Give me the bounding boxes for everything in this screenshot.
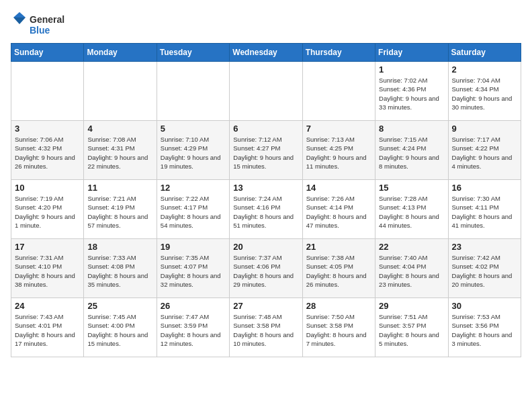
- day-number: 12: [161, 183, 226, 193]
- day-info: Sunrise: 7:06 AM Sunset: 4:32 PM Dayligh…: [15, 135, 80, 171]
- header-thursday: Thursday: [302, 44, 375, 62]
- day-number: 27: [233, 301, 298, 311]
- day-info: Sunrise: 7:31 AM Sunset: 4:10 PM Dayligh…: [15, 253, 80, 289]
- day-info: Sunrise: 7:24 AM Sunset: 4:16 PM Dayligh…: [233, 194, 298, 230]
- day-number: 25: [87, 301, 152, 311]
- svg-text:General: General: [30, 14, 64, 25]
- calendar-cell: 20Sunrise: 7:37 AM Sunset: 4:06 PM Dayli…: [230, 239, 302, 298]
- calendar-cell: [157, 62, 229, 121]
- calendar-cell: 1Sunrise: 7:02 AM Sunset: 4:36 PM Daylig…: [375, 62, 448, 121]
- calendar-cell: 28Sunrise: 7:50 AM Sunset: 3:58 PM Dayli…: [302, 298, 375, 357]
- calendar-header-row: SundayMondayTuesdayWednesdayThursdayFrid…: [11, 44, 521, 62]
- day-info: Sunrise: 7:43 AM Sunset: 4:01 PM Dayligh…: [15, 312, 80, 348]
- day-info: Sunrise: 7:02 AM Sunset: 4:36 PM Dayligh…: [379, 76, 444, 111]
- calendar-cell: [84, 62, 157, 121]
- calendar-cell: 17Sunrise: 7:31 AM Sunset: 4:10 PM Dayli…: [11, 239, 84, 298]
- day-number: 6: [233, 124, 298, 134]
- day-number: 10: [15, 183, 80, 193]
- calendar-cell: 12Sunrise: 7:22 AM Sunset: 4:17 PM Dayli…: [157, 180, 229, 239]
- day-info: Sunrise: 7:15 AM Sunset: 4:24 PM Dayligh…: [379, 135, 444, 171]
- day-info: Sunrise: 7:22 AM Sunset: 4:17 PM Dayligh…: [161, 194, 226, 230]
- day-number: 18: [87, 242, 152, 252]
- svg-marker-0: [13, 12, 26, 17]
- day-info: Sunrise: 7:19 AM Sunset: 4:20 PM Dayligh…: [15, 194, 80, 230]
- calendar-cell: 14Sunrise: 7:26 AM Sunset: 4:14 PM Dayli…: [302, 180, 375, 239]
- logo: GeneralBlue: [11, 11, 71, 38]
- day-number: 17: [15, 242, 80, 252]
- calendar-cell: 19Sunrise: 7:35 AM Sunset: 4:07 PM Dayli…: [157, 239, 229, 298]
- calendar-cell: [302, 62, 375, 121]
- calendar-cell: 6Sunrise: 7:12 AM Sunset: 4:27 PM Daylig…: [230, 121, 302, 180]
- day-number: 21: [306, 242, 371, 252]
- day-info: Sunrise: 7:53 AM Sunset: 3:56 PM Dayligh…: [452, 312, 517, 348]
- day-number: 15: [379, 183, 444, 193]
- calendar-cell: 21Sunrise: 7:38 AM Sunset: 4:05 PM Dayli…: [302, 239, 375, 298]
- day-info: Sunrise: 7:51 AM Sunset: 3:57 PM Dayligh…: [379, 312, 444, 348]
- day-info: Sunrise: 7:17 AM Sunset: 4:22 PM Dayligh…: [452, 135, 517, 171]
- calendar-cell: 3Sunrise: 7:06 AM Sunset: 4:32 PM Daylig…: [11, 121, 84, 180]
- calendar-cell: 27Sunrise: 7:48 AM Sunset: 3:58 PM Dayli…: [230, 298, 302, 357]
- day-number: 14: [306, 183, 371, 193]
- day-info: Sunrise: 7:21 AM Sunset: 4:19 PM Dayligh…: [87, 194, 152, 230]
- day-number: 2: [452, 64, 517, 75]
- day-info: Sunrise: 7:37 AM Sunset: 4:06 PM Dayligh…: [233, 253, 298, 289]
- day-number: 1: [379, 64, 444, 75]
- day-number: 4: [87, 124, 152, 134]
- day-number: 11: [87, 183, 152, 193]
- header-saturday: Saturday: [448, 44, 521, 62]
- calendar-cell: 29Sunrise: 7:51 AM Sunset: 3:57 PM Dayli…: [375, 298, 448, 357]
- header-sunday: Sunday: [11, 44, 84, 62]
- day-number: 22: [379, 242, 444, 252]
- header-friday: Friday: [375, 44, 448, 62]
- day-info: Sunrise: 7:38 AM Sunset: 4:05 PM Dayligh…: [306, 253, 371, 289]
- day-info: Sunrise: 7:35 AM Sunset: 4:07 PM Dayligh…: [161, 253, 226, 289]
- calendar-week-3: 17Sunrise: 7:31 AM Sunset: 4:10 PM Dayli…: [11, 239, 521, 298]
- calendar-cell: 2Sunrise: 7:04 AM Sunset: 4:34 PM Daylig…: [448, 62, 521, 121]
- calendar-week-4: 24Sunrise: 7:43 AM Sunset: 4:01 PM Dayli…: [11, 298, 521, 357]
- header-wednesday: Wednesday: [230, 44, 302, 62]
- calendar-cell: 13Sunrise: 7:24 AM Sunset: 4:16 PM Dayli…: [230, 180, 302, 239]
- day-number: 19: [161, 242, 226, 252]
- day-info: Sunrise: 7:33 AM Sunset: 4:08 PM Dayligh…: [87, 253, 152, 289]
- calendar-cell: 11Sunrise: 7:21 AM Sunset: 4:19 PM Dayli…: [84, 180, 157, 239]
- page-header: GeneralBlue: [11, 11, 521, 38]
- calendar-week-2: 10Sunrise: 7:19 AM Sunset: 4:20 PM Dayli…: [11, 180, 521, 239]
- calendar-cell: 8Sunrise: 7:15 AM Sunset: 4:24 PM Daylig…: [375, 121, 448, 180]
- day-info: Sunrise: 7:45 AM Sunset: 4:00 PM Dayligh…: [87, 312, 152, 348]
- calendar-cell: [11, 62, 84, 121]
- calendar-cell: 23Sunrise: 7:42 AM Sunset: 4:02 PM Dayli…: [448, 239, 521, 298]
- day-number: 7: [306, 124, 371, 134]
- calendar-cell: 5Sunrise: 7:10 AM Sunset: 4:29 PM Daylig…: [157, 121, 229, 180]
- svg-text:Blue: Blue: [30, 25, 50, 36]
- day-info: Sunrise: 7:10 AM Sunset: 4:29 PM Dayligh…: [161, 135, 226, 171]
- day-number: 26: [161, 301, 226, 311]
- day-number: 13: [233, 183, 298, 193]
- calendar-cell: 25Sunrise: 7:45 AM Sunset: 4:00 PM Dayli…: [84, 298, 157, 357]
- day-info: Sunrise: 7:04 AM Sunset: 4:34 PM Dayligh…: [452, 76, 517, 111]
- day-info: Sunrise: 7:42 AM Sunset: 4:02 PM Dayligh…: [452, 253, 517, 289]
- calendar-cell: 15Sunrise: 7:28 AM Sunset: 4:13 PM Dayli…: [375, 180, 448, 239]
- svg-marker-1: [13, 17, 26, 24]
- day-info: Sunrise: 7:50 AM Sunset: 3:58 PM Dayligh…: [306, 312, 371, 348]
- calendar-table: SundayMondayTuesdayWednesdayThursdayFrid…: [11, 43, 521, 357]
- day-number: 8: [379, 124, 444, 134]
- day-number: 29: [379, 301, 444, 311]
- calendar-cell: 24Sunrise: 7:43 AM Sunset: 4:01 PM Dayli…: [11, 298, 84, 357]
- day-info: Sunrise: 7:12 AM Sunset: 4:27 PM Dayligh…: [233, 135, 298, 171]
- calendar-cell: 7Sunrise: 7:13 AM Sunset: 4:25 PM Daylig…: [302, 121, 375, 180]
- day-info: Sunrise: 7:30 AM Sunset: 4:11 PM Dayligh…: [452, 194, 517, 230]
- calendar-cell: 9Sunrise: 7:17 AM Sunset: 4:22 PM Daylig…: [448, 121, 521, 180]
- header-tuesday: Tuesday: [157, 44, 229, 62]
- day-number: 16: [452, 183, 517, 193]
- calendar-cell: [230, 62, 302, 121]
- day-info: Sunrise: 7:47 AM Sunset: 3:59 PM Dayligh…: [161, 312, 226, 348]
- day-info: Sunrise: 7:13 AM Sunset: 4:25 PM Dayligh…: [306, 135, 371, 171]
- calendar-cell: 26Sunrise: 7:47 AM Sunset: 3:59 PM Dayli…: [157, 298, 229, 357]
- calendar-week-0: 1Sunrise: 7:02 AM Sunset: 4:36 PM Daylig…: [11, 62, 521, 121]
- calendar-cell: 4Sunrise: 7:08 AM Sunset: 4:31 PM Daylig…: [84, 121, 157, 180]
- calendar-cell: 18Sunrise: 7:33 AM Sunset: 4:08 PM Dayli…: [84, 239, 157, 298]
- day-number: 28: [306, 301, 371, 311]
- day-info: Sunrise: 7:48 AM Sunset: 3:58 PM Dayligh…: [233, 312, 298, 348]
- day-number: 20: [233, 242, 298, 252]
- day-info: Sunrise: 7:40 AM Sunset: 4:04 PM Dayligh…: [379, 253, 444, 289]
